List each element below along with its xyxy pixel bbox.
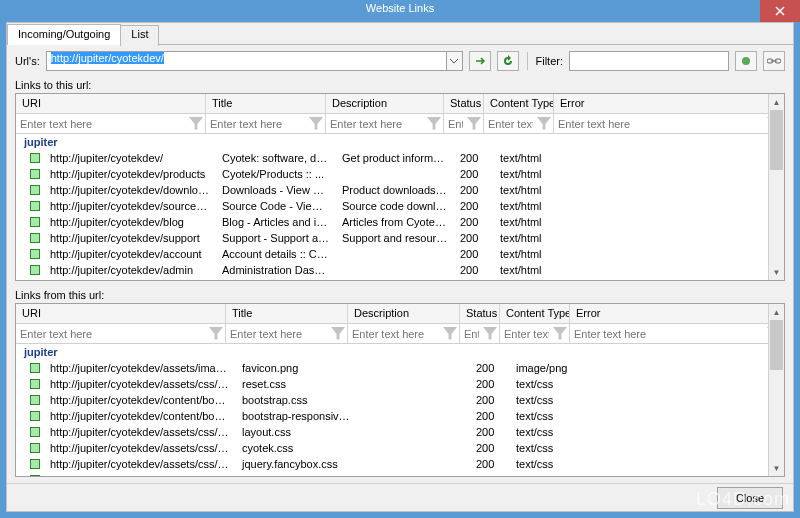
link-button[interactable] [763, 51, 785, 71]
filter-icon[interactable] [537, 117, 551, 131]
page-icon [30, 217, 40, 227]
filter-uri[interactable] [16, 325, 209, 343]
table-row[interactable]: http://jupiter/cyotekdev/productsCyotek/… [16, 166, 784, 182]
filter-icon[interactable] [553, 327, 567, 341]
col-status[interactable]: Status [460, 304, 500, 323]
cell-title: jquery.fancybox.css [236, 458, 358, 470]
col-content-type[interactable]: Content Type [500, 304, 570, 323]
url-input[interactable]: http://jupiter/cyotekdev/ [46, 51, 447, 71]
col-title[interactable]: Title [226, 304, 348, 323]
tab-incoming-outgoing[interactable]: Incoming/Outgoing [7, 24, 121, 45]
content-area: Incoming/Outgoing List Url's: http://jup… [6, 22, 794, 512]
filter-err[interactable] [554, 115, 767, 133]
refresh-button[interactable] [497, 51, 519, 71]
filter-title[interactable] [206, 115, 309, 133]
cell-title: Administration Dashb... [216, 264, 336, 276]
cell-status: 200 [470, 442, 510, 454]
cell-status: 200 [470, 458, 510, 470]
filter-apply-button[interactable] [735, 51, 757, 71]
scroll-down-icon[interactable]: ▼ [769, 264, 784, 280]
go-button[interactable] [469, 51, 491, 71]
col-description[interactable]: Description [326, 94, 444, 113]
grid-filter-row [16, 114, 784, 134]
cell-uri: http://jupiter/cyotekdev/support [44, 232, 216, 244]
filter-icon[interactable] [209, 327, 223, 341]
table-row[interactable]: http://jupiter/cyotekdev/supportSupport … [16, 230, 784, 246]
filter-status[interactable] [460, 325, 483, 343]
filter-icon[interactable] [189, 117, 203, 131]
scroll-down-icon[interactable]: ▼ [769, 460, 784, 476]
cell-title: Cyotek: software, dow... [216, 152, 336, 164]
page-icon [30, 201, 40, 211]
cell-title: Source Code - View an... [216, 200, 336, 212]
url-label: Url's: [15, 55, 40, 67]
footer: Close [7, 483, 793, 511]
filter-desc[interactable] [326, 115, 427, 133]
scroll-thumb[interactable] [770, 110, 783, 170]
filter-status[interactable] [444, 115, 467, 133]
table-row[interactable]: http://jupiter/cyotekdev/downloadsDownlo… [16, 182, 784, 198]
col-error[interactable]: Error [570, 304, 784, 323]
table-row[interactable]: http://jupiter/cyotekdev/accountAccount … [16, 246, 784, 262]
page-icon [30, 363, 40, 373]
group-jupiter[interactable]: jupiter [16, 134, 784, 150]
page-icon [30, 249, 40, 259]
table-row[interactable]: http://jupiter/cyotekdev/assets/css/rese… [16, 376, 784, 392]
url-bar: Url's: http://jupiter/cyotekdev/ Filter: [7, 45, 793, 77]
cell-content-type: text/css [510, 378, 580, 390]
filter-icon[interactable] [331, 327, 345, 341]
table-row[interactable]: http://jupiter/cyotekdev/assets/css/jque… [16, 456, 784, 472]
url-dropdown[interactable] [447, 51, 463, 71]
table-row[interactable]: http://jupiter/cyotekdev/content/bootstr… [16, 408, 784, 424]
cell-content-type: text/css [510, 394, 580, 406]
col-uri[interactable]: URI [16, 304, 226, 323]
filter-icon[interactable] [427, 117, 441, 131]
close-button[interactable] [760, 0, 800, 22]
page-icon [30, 427, 40, 437]
table-row[interactable]: http://jupiter/cyotekdev/assets/images/f… [16, 360, 784, 376]
filter-title[interactable] [226, 325, 331, 343]
filter-uri[interactable] [16, 115, 189, 133]
scrollbar[interactable]: ▲ ▼ [768, 94, 784, 280]
cell-status: 200 [470, 474, 510, 477]
cell-content-type: text/css [510, 410, 580, 422]
go-icon [474, 55, 486, 67]
cell-title: bootstrap.css [236, 394, 358, 406]
col-title[interactable]: Title [206, 94, 326, 113]
scroll-up-icon[interactable]: ▲ [769, 94, 784, 110]
table-row[interactable]: http://jupiter/cyotekdev/blogBlog - Arti… [16, 214, 784, 230]
table-row[interactable]: http://jupiter/cyotekdev/Cyotek: softwar… [16, 472, 784, 477]
table-row[interactable]: http://jupiter/cyotekdev/Cyotek: softwar… [16, 150, 784, 166]
filter-ct[interactable] [500, 325, 553, 343]
table-row[interactable]: http://jupiter/cyotekdev/assets/css/cyot… [16, 440, 784, 456]
filter-icon[interactable] [309, 117, 323, 131]
col-uri[interactable]: URI [16, 94, 206, 113]
cell-uri: http://jupiter/cyotekdev/blog [44, 216, 216, 228]
grid-header: URI Title Description Status Content Typ… [16, 304, 784, 324]
filter-err[interactable] [570, 325, 767, 343]
filter-input[interactable] [569, 51, 729, 71]
col-description[interactable]: Description [348, 304, 460, 323]
table-row[interactable]: http://jupiter/cyotekdev/assets/css/layo… [16, 424, 784, 440]
scroll-up-icon[interactable]: ▲ [769, 304, 784, 320]
filter-desc[interactable] [348, 325, 443, 343]
tab-list[interactable]: List [120, 25, 159, 46]
scroll-thumb[interactable] [770, 320, 783, 370]
cell-desc: Product downloads, s... [336, 184, 454, 196]
close-dialog-button[interactable]: Close [717, 487, 783, 509]
table-row[interactable]: http://jupiter/cyotekdev/source-codeSour… [16, 198, 784, 214]
table-row[interactable]: http://jupiter/cyotekdev/home/versionhi.… [16, 278, 784, 281]
group-jupiter[interactable]: jupiter [16, 344, 784, 360]
filter-ct[interactable] [484, 115, 537, 133]
table-row[interactable]: http://jupiter/cyotekdev/content/bootstr… [16, 392, 784, 408]
cell-content-type: text/html [494, 216, 564, 228]
filter-icon[interactable] [443, 327, 457, 341]
cell-uri: http://jupiter/cyotekdev/assets/css/layo… [44, 426, 236, 438]
filter-icon[interactable] [483, 327, 497, 341]
scrollbar[interactable]: ▲ ▼ [768, 304, 784, 476]
col-content-type[interactable]: Content Type [484, 94, 554, 113]
table-row[interactable]: http://jupiter/cyotekdev/adminAdministra… [16, 262, 784, 278]
col-error[interactable]: Error [554, 94, 784, 113]
filter-icon[interactable] [467, 117, 481, 131]
col-status[interactable]: Status [444, 94, 484, 113]
